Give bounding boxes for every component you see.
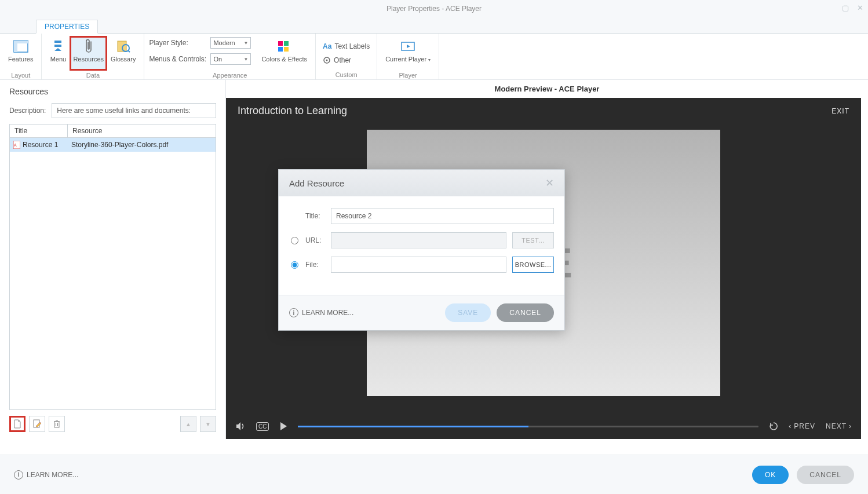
resource-file-input[interactable] (331, 257, 506, 273)
prev-label: PREV (794, 422, 815, 430)
appearance-group-label: Appearance (149, 71, 311, 79)
window-title: Player Properties - ACE Player (386, 5, 482, 13)
colors-effects-button[interactable]: Colors & Effects (258, 36, 311, 71)
slide-title: Introduction to Learning (238, 105, 347, 117)
ok-button[interactable]: OK (752, 466, 789, 484)
player-style-select[interactable]: Modern ▼ (210, 37, 251, 49)
svg-rect-2 (17, 41, 28, 43)
row-resource: Storyline-360-Player-Colors.pdf (71, 141, 168, 149)
ribbon-group-custom: Aa Text Labels Other Custom (316, 34, 377, 79)
colors-effects-label: Colors & Effects (261, 56, 307, 63)
features-button[interactable]: Features (5, 36, 37, 71)
footer: i LEARN MORE... OK CANCEL (0, 455, 868, 494)
table-row[interactable]: A Resource 1 Storyline-360-Player-Colors… (10, 138, 216, 152)
edit-icon (33, 419, 41, 429)
next-label: NEXT (826, 422, 847, 430)
prev-button[interactable]: ‹ PREV (789, 422, 815, 430)
menus-controls-value: On (213, 56, 222, 63)
test-button[interactable]: TEST... (512, 232, 554, 248)
volume-icon[interactable] (235, 422, 246, 431)
ribbon: Features Layout Menu Resources (0, 34, 868, 80)
player-group-label: Player (382, 71, 434, 79)
info-icon: i (289, 308, 298, 317)
restore-icon[interactable]: ▢ (842, 3, 849, 12)
menu-label: Menu (50, 56, 67, 63)
svg-point-13 (326, 59, 328, 61)
move-up-button[interactable]: ▲ (180, 416, 196, 432)
next-button[interactable]: NEXT › (826, 422, 852, 430)
chevron-right-icon: › (849, 422, 852, 430)
col-title[interactable]: Title (10, 125, 68, 137)
gear-icon (323, 56, 331, 64)
resources-panel-title: Resources (9, 87, 216, 96)
glossary-label: Glossary (111, 56, 136, 63)
learn-more-label: LEARN MORE... (27, 471, 78, 479)
dialog-learn-more-link[interactable]: i LEARN MORE... (289, 308, 353, 317)
url-radio[interactable] (291, 237, 298, 244)
description-input[interactable] (52, 103, 216, 118)
trash-icon (53, 419, 61, 429)
text-labels-button[interactable]: Aa Text Labels (320, 41, 372, 52)
svg-rect-10 (278, 47, 283, 52)
cc-icon[interactable]: CC (256, 422, 269, 431)
file-radio[interactable] (291, 261, 298, 269)
resource-title-input[interactable] (331, 208, 554, 224)
tab-properties[interactable]: PROPERTIES (36, 20, 98, 34)
svg-rect-4 (54, 45, 61, 47)
close-icon[interactable]: ✕ (857, 3, 863, 12)
chevron-down-icon: ▼ (243, 41, 248, 46)
progress-bar[interactable] (298, 426, 758, 427)
resources-button[interactable]: Resources (70, 36, 107, 71)
ribbon-group-player: Current Player ▾ Player (377, 34, 439, 79)
browse-button[interactable]: BROWSE... (512, 257, 554, 273)
custom-group-label: Custom (320, 70, 372, 78)
dialog-file-label: File: (305, 261, 325, 269)
paperclip-icon (81, 38, 97, 54)
preview-heading: Modern Preview - ACE Player (226, 80, 868, 98)
menus-controls-select[interactable]: On ▼ (210, 53, 251, 65)
other-label: Other (334, 56, 351, 64)
move-down-button[interactable]: ▼ (200, 416, 216, 432)
dialog-save-button[interactable]: SAVE (445, 303, 491, 322)
add-resource-button[interactable] (9, 416, 25, 432)
svg-rect-3 (54, 41, 61, 43)
glossary-icon (115, 38, 132, 54)
play-icon[interactable] (279, 422, 287, 431)
other-button[interactable]: Other (320, 55, 353, 65)
cancel-button[interactable]: CANCEL (797, 466, 854, 484)
svg-rect-5 (118, 41, 126, 52)
layout-group-label: Layout (5, 71, 37, 79)
svg-line-7 (128, 50, 130, 52)
resources-table: Title Resource A Resource 1 Storyline-36… (9, 124, 216, 410)
svg-rect-18 (54, 422, 59, 427)
delete-resource-button[interactable] (49, 416, 65, 432)
data-group-label: Data (46, 71, 139, 79)
title-bar: Player Properties - ACE Player ▢ ✕ (0, 0, 868, 17)
resource-url-input[interactable] (331, 232, 506, 248)
col-resource[interactable]: Resource (68, 125, 216, 137)
svg-rect-11 (284, 47, 289, 52)
replay-icon[interactable] (769, 422, 778, 431)
exit-button[interactable]: EXIT (831, 107, 849, 115)
row-title: Resource 1 (23, 141, 58, 149)
info-icon: i (14, 470, 23, 480)
dialog-close-icon[interactable]: ✕ (545, 177, 554, 189)
player-style-label: Player Style: (149, 39, 207, 47)
menu-button[interactable]: Menu (46, 36, 70, 71)
add-resource-dialog: Add Resource ✕ Title: URL: TEST... File:… (278, 169, 565, 331)
dialog-title-label: Title: (305, 212, 325, 220)
tab-strip: PROPERTIES (0, 17, 868, 34)
current-player-button[interactable]: Current Player ▾ (382, 36, 434, 71)
window-controls: ▢ ✕ (842, 3, 863, 12)
current-player-label: Current Player (385, 56, 426, 63)
arrow-up-icon: ▲ (185, 421, 191, 427)
player-controls: CC ‹ PREV NEXT › (226, 414, 861, 439)
edit-resource-button[interactable] (29, 416, 45, 432)
svg-rect-8 (278, 41, 283, 46)
dialog-learn-more-label: LEARN MORE... (302, 309, 353, 317)
glossary-button[interactable]: Glossary (107, 36, 139, 71)
learn-more-link[interactable]: i LEARN MORE... (14, 470, 78, 480)
dialog-cancel-button[interactable]: CANCEL (497, 303, 554, 322)
resources-panel: Resources Description: Title Resource A … (0, 80, 226, 439)
chevron-left-icon: ‹ (789, 422, 792, 430)
